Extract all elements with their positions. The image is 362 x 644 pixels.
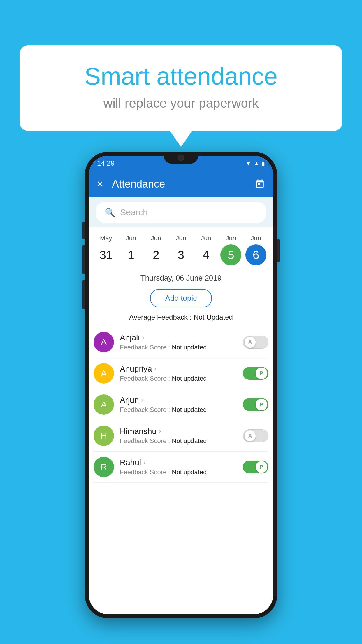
calendar-day-6[interactable]: Jun6 <box>245 235 266 265</box>
student-avatar: R <box>94 457 114 477</box>
attendance-toggle[interactable]: A <box>243 336 268 349</box>
status-icons: ▼ ▲ ▮ <box>245 160 265 167</box>
wifi-icon: ▼ <box>245 160 251 167</box>
speech-bubble: Smart attendance will replace your paper… <box>20 45 342 131</box>
student-avatar: A <box>94 394 114 415</box>
cal-month-label: Jun <box>201 235 211 242</box>
attendance-toggle[interactable]: A <box>243 429 268 442</box>
chevron-icon: › <box>142 334 144 342</box>
student-avatar: A <box>94 363 114 384</box>
add-topic-button[interactable]: Add topic <box>150 289 212 307</box>
toggle-thumb: P <box>256 461 267 473</box>
student-feedback: Feedback Score : Not updated <box>120 344 237 351</box>
feedback-value: Not updated <box>172 468 207 476</box>
phone-power-button <box>277 239 280 262</box>
avg-feedback-value: Not Updated <box>194 313 233 321</box>
cal-date-number: 2 <box>145 244 166 265</box>
student-item[interactable]: HHimanshu ›Feedback Score : Not updatedA <box>94 420 268 452</box>
student-info: Anjali ›Feedback Score : Not updated <box>120 333 237 351</box>
avg-feedback: Average Feedback : Not Updated <box>89 312 273 327</box>
app-bar: × Attendance <box>89 171 273 197</box>
student-info: Arjun ›Feedback Score : Not updated <box>120 396 237 414</box>
chevron-icon: › <box>159 428 161 435</box>
feedback-value: Not updated <box>172 406 207 413</box>
calendar-icon[interactable] <box>255 179 265 189</box>
avg-feedback-label: Average Feedback : <box>129 313 191 321</box>
toggle-switch[interactable]: P <box>243 367 268 380</box>
search-bar[interactable]: 🔍 Search <box>96 202 266 223</box>
feedback-value: Not updated <box>172 375 207 382</box>
toggle-thumb: A <box>244 336 256 348</box>
search-placeholder: Search <box>120 207 148 217</box>
cal-month-label: Jun <box>176 235 186 242</box>
feedback-value: Not updated <box>172 437 207 444</box>
phone-volume-up-button <box>82 245 85 274</box>
calendar-day-31[interactable]: May31 <box>96 235 117 265</box>
phone-camera <box>178 155 184 161</box>
chevron-icon: › <box>154 365 157 373</box>
phone-screen: 14:29 ▼ ▲ ▮ × Attendance 🔍 Search <box>89 156 273 614</box>
signal-icon: ▲ <box>254 160 259 167</box>
student-avatar: H <box>94 426 114 446</box>
calendar-day-5[interactable]: Jun5 <box>220 235 241 265</box>
phone-mute-button <box>82 222 85 239</box>
close-button[interactable]: × <box>97 178 103 190</box>
speech-bubble-container: Smart attendance will replace your paper… <box>20 45 342 147</box>
student-feedback: Feedback Score : Not updated <box>120 406 237 414</box>
cal-date-number: 3 <box>171 244 191 265</box>
feedback-value: Not updated <box>172 344 207 351</box>
attendance-toggle[interactable]: P <box>243 461 268 473</box>
student-name: Anupriya › <box>120 364 237 374</box>
toggle-thumb: P <box>256 399 267 410</box>
student-name: Himanshu › <box>120 427 237 436</box>
chevron-icon: › <box>141 396 143 404</box>
phone-notch <box>164 152 198 164</box>
speech-bubble-subtitle: will replace your paperwork <box>43 96 319 111</box>
search-icon: 🔍 <box>105 207 115 218</box>
cal-date-number: 1 <box>121 244 142 265</box>
toggle-thumb: P <box>256 368 267 379</box>
app-bar-title: Attendance <box>112 178 246 190</box>
cal-month-label: Jun <box>226 235 236 242</box>
calendar-day-4[interactable]: Jun4 <box>196 235 217 265</box>
speech-bubble-title: Smart attendance <box>43 63 319 90</box>
student-name: Anjali › <box>120 333 237 342</box>
cal-month-label: Jun <box>151 235 161 242</box>
cal-month-label: Jun <box>126 235 136 242</box>
student-info: Anupriya ›Feedback Score : Not updated <box>120 364 237 382</box>
cal-month-label: Jun <box>251 235 261 242</box>
toggle-switch[interactable]: P <box>243 461 268 473</box>
speech-bubble-tail <box>170 131 192 147</box>
phone-container: 14:29 ▼ ▲ ▮ × Attendance 🔍 Search <box>85 152 277 618</box>
selected-date-display: Thursday, 06 June 2019 <box>89 269 273 285</box>
student-item[interactable]: RRahul ›Feedback Score : Not updatedP <box>94 452 268 483</box>
calendar-day-2[interactable]: Jun2 <box>145 235 166 265</box>
student-item[interactable]: AArjun ›Feedback Score : Not updatedP <box>94 389 268 420</box>
attendance-toggle[interactable]: P <box>243 398 268 411</box>
phone-volume-down-button <box>82 280 85 309</box>
calendar-day-3[interactable]: Jun3 <box>171 235 191 265</box>
toggle-thumb: A <box>244 430 256 442</box>
cal-date-number: 4 <box>196 244 217 265</box>
student-name: Arjun › <box>120 396 237 405</box>
calendar-strip: May31Jun1Jun2Jun3Jun4Jun5Jun6 <box>89 228 273 269</box>
toggle-switch[interactable]: A <box>243 429 268 442</box>
student-item[interactable]: AAnupriya ›Feedback Score : Not updatedP <box>94 358 268 389</box>
student-avatar: A <box>94 332 114 352</box>
student-item[interactable]: AAnjali ›Feedback Score : Not updatedA <box>94 327 268 358</box>
toggle-switch[interactable]: A <box>243 336 268 349</box>
student-list: AAnjali ›Feedback Score : Not updatedAAA… <box>89 327 273 483</box>
student-feedback: Feedback Score : Not updated <box>120 437 237 445</box>
student-feedback: Feedback Score : Not updated <box>120 375 237 382</box>
attendance-toggle[interactable]: P <box>243 367 268 380</box>
cal-month-label: May <box>100 235 112 242</box>
calendar-day-1[interactable]: Jun1 <box>121 235 142 265</box>
cal-date-number: 31 <box>96 244 117 265</box>
student-feedback: Feedback Score : Not updated <box>120 468 237 476</box>
student-name: Rahul › <box>120 458 237 467</box>
toggle-switch[interactable]: P <box>243 398 268 411</box>
chevron-icon: › <box>143 459 145 466</box>
student-info: Rahul ›Feedback Score : Not updated <box>120 458 237 476</box>
cal-date-number: 6 <box>245 244 266 265</box>
battery-icon: ▮ <box>262 160 265 167</box>
